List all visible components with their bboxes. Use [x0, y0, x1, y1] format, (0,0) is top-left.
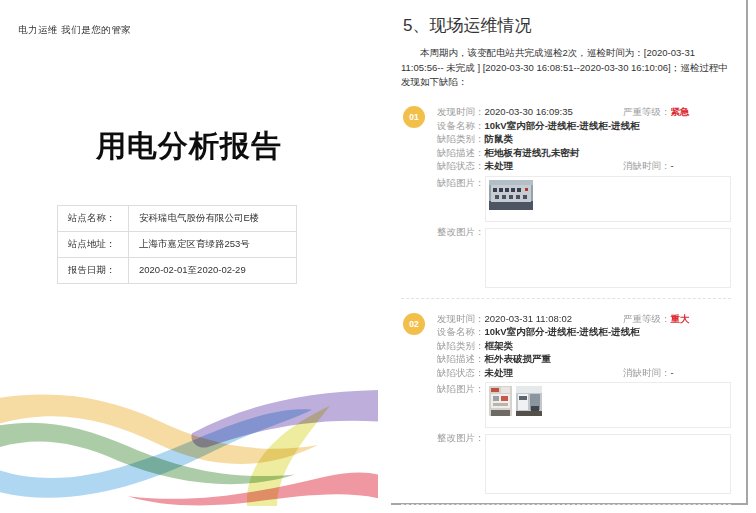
status-label: 缺陷状态：	[437, 366, 485, 380]
inspection-summary: 本周期内，该变配电站共完成巡检2次，巡检时间为：[2020-03-31 11:0…	[401, 46, 731, 90]
description-label: 缺陷描述：	[437, 146, 485, 160]
defect-row-device: 设备名称： 10kV室内部分-进线柜-进线柜-进线柜	[437, 325, 731, 339]
fix-photo-label: 整改图片：	[437, 431, 485, 445]
status-label: 缺陷状态：	[437, 159, 485, 173]
defect-row-category: 缺陷类别： 防鼠类	[437, 132, 731, 146]
defect-row-time-severity: 发现时间： 2020-03-30 16:09:35 严重等级： 紧急	[437, 105, 731, 119]
defect-photo-label: 缺陷图片：	[437, 382, 485, 396]
status-value: 未处理	[485, 366, 514, 380]
fix-photo-box	[485, 434, 732, 494]
table-row: 报告日期： 2020-02-01至2020-02-29	[58, 258, 297, 284]
found-time-value: 2020-03-31 11:08:02	[485, 312, 573, 326]
clear-time-label: 消缺时间：	[623, 159, 671, 173]
site-name-label: 站点名称：	[58, 206, 129, 232]
site-info-table: 站点名称： 安科瑞电气股份有限公司E楼 站点地址： 上海市嘉定区育绿路253号 …	[57, 205, 297, 284]
defect-photo-thumbnail[interactable]	[489, 180, 533, 210]
operation-report-page: 5、现场运维情况 本周期内，该变配电站共完成巡检2次，巡检时间为：[2020-0…	[391, 0, 748, 505]
brand-slogan: 电力运维 我们是您的管家	[18, 24, 131, 37]
defect-row-description: 缺陷描述： 柜地板有进线孔未密封	[437, 146, 731, 160]
severity-value: 紧急	[671, 105, 690, 119]
fix-photo-label: 整改图片：	[437, 225, 485, 239]
defect-row-description: 缺陷描述： 柜外表破损严重	[437, 352, 731, 366]
found-time-label: 发现时间：	[437, 312, 485, 326]
defect-photo-box	[485, 382, 732, 428]
description-value: 柜地板有进线孔未密封	[485, 146, 580, 160]
device-value: 10kV室内部分-进线柜-进线柜-进线柜	[485, 119, 640, 133]
report-cover-page: 电力运维 我们是您的管家 用电分析报告 站点名称： 安科瑞电气股份有限公司E楼 …	[0, 0, 378, 513]
category-label: 缺陷类别：	[437, 132, 485, 146]
decorative-wave-graphic	[0, 388, 378, 506]
defect-row-category: 缺陷类别： 框架类	[437, 339, 731, 353]
description-value: 柜外表破损严重	[485, 352, 552, 366]
device-label: 设备名称：	[437, 325, 485, 339]
defect-photo-thumbnail[interactable]	[516, 386, 542, 416]
table-row: 站点名称： 安科瑞电气股份有限公司E楼	[58, 206, 297, 232]
defect-item-02: 02 发现时间： 2020-03-31 11:08:02 严重等级： 重大 设备…	[401, 310, 731, 506]
found-time-value: 2020-03-30 16:09:35	[485, 105, 573, 119]
site-name-value: 安科瑞电气股份有限公司E楼	[129, 206, 297, 232]
clear-time-label: 消缺时间：	[623, 366, 671, 380]
section-title: 5、现场运维情况	[403, 14, 731, 37]
defect-row-status: 缺陷状态： 未处理 消缺时间： -	[437, 159, 731, 173]
defect-photo-row: 缺陷图片：	[437, 382, 731, 428]
device-value: 10kV室内部分-进线柜-进线柜-进线柜	[485, 325, 640, 339]
fix-photo-box	[485, 228, 732, 288]
defect-photo-thumbnail[interactable]	[489, 386, 512, 416]
found-time-label: 发现时间：	[437, 105, 485, 119]
defect-item-01: 01 发现时间： 2020-03-30 16:09:35 严重等级： 紧急 设备…	[401, 103, 731, 299]
device-label: 设备名称：	[437, 119, 485, 133]
status-value: 未处理	[485, 159, 514, 173]
defect-number-badge: 01	[403, 106, 425, 128]
severity-label: 严重等级：	[623, 105, 671, 119]
report-date-value: 2020-02-01至2020-02-29	[129, 258, 297, 284]
defect-number-badge: 02	[403, 313, 425, 335]
report-date-label: 报告日期：	[58, 258, 129, 284]
defect-row-status: 缺陷状态： 未处理 消缺时间： -	[437, 366, 731, 380]
category-label: 缺陷类别：	[437, 339, 485, 353]
site-address-value: 上海市嘉定区育绿路253号	[129, 232, 297, 258]
severity-value: 重大	[671, 312, 690, 326]
table-row: 站点地址： 上海市嘉定区育绿路253号	[58, 232, 297, 258]
clear-time-value: -	[671, 159, 674, 173]
site-address-label: 站点地址：	[58, 232, 129, 258]
report-title: 用电分析报告	[0, 126, 378, 167]
severity-label: 严重等级：	[623, 312, 671, 326]
defect-row-time-severity: 发现时间： 2020-03-31 11:08:02 严重等级： 重大	[437, 312, 731, 326]
defect-photo-label: 缺陷图片：	[437, 176, 485, 190]
fix-photo-row: 整改图片：	[437, 431, 731, 494]
defect-row-device: 设备名称： 10kV室内部分-进线柜-进线柜-进线柜	[437, 119, 731, 133]
defect-photo-box	[485, 176, 732, 222]
fix-photo-row: 整改图片：	[437, 225, 731, 288]
defect-photo-row: 缺陷图片：	[437, 176, 731, 222]
category-value: 框架类	[485, 339, 514, 353]
category-value: 防鼠类	[485, 132, 514, 146]
description-label: 缺陷描述：	[437, 352, 485, 366]
clear-time-value: -	[671, 366, 674, 380]
